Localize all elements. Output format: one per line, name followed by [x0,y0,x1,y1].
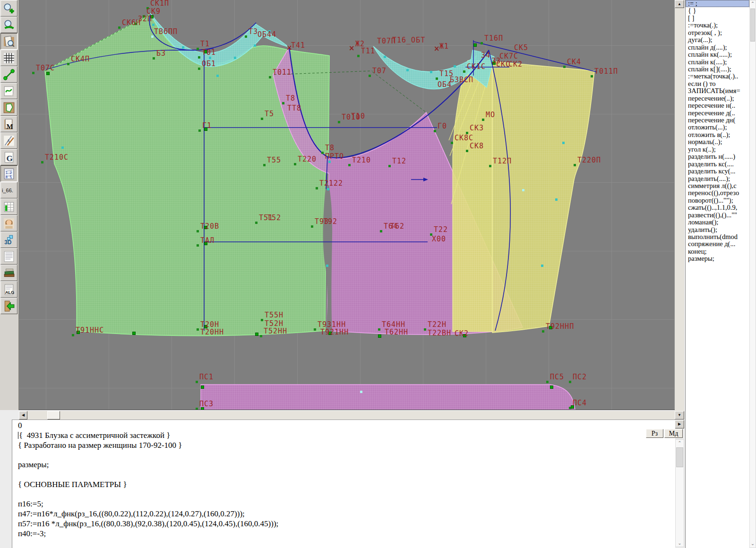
canvas-hscroll-thumb[interactable] [47,411,60,420]
drafting-a-icon: A [3,135,15,147]
command-item[interactable]: отложить в(..); [686,131,749,138]
command-item[interactable]: сопряжение д(... [686,240,749,248]
notes-button[interactable] [0,248,17,265]
command-item[interactable]: симметрия л((),с [686,182,749,189]
command-item[interactable]: дуга(...); [686,36,749,43]
editor-line [18,490,675,500]
zoom-in-button[interactable] [0,0,17,17]
point-marker [261,118,263,120]
alg-button[interactable]: ALG [0,281,17,298]
command-item[interactable]: сплайн кк(.....); [686,51,749,58]
canvas-hscroll-right-icon[interactable]: ▶ [675,420,684,428]
command-list-vscroll-down-icon[interactable]: ⌄ [750,540,756,548]
command-item[interactable]: пересечение(..); [686,95,749,102]
point-marker [563,66,566,68]
point-label: СК5 [514,44,528,51]
calc-button[interactable]: 1 28 ¾ [0,165,17,182]
canvas-vscroll-up-icon[interactable]: ▲ [675,0,684,8]
pattern-m-button[interactable]: M [0,116,17,132]
command-item[interactable]: := ; [686,0,749,7]
side-piece[interactable] [492,61,594,333]
calc-icon: 1 28 ¾ [3,168,15,180]
command-item[interactable]: выполнить(dmod [686,233,749,240]
grid-button[interactable] [0,50,17,66]
point-label: Т931НН [318,321,346,328]
command-item[interactable]: пересечение дн( [686,117,749,124]
table-chart-icon [3,201,15,213]
rz-button[interactable]: Рз [646,429,663,438]
editor-line: п47:=п16*л_фнк(рз_16,((80,0.22),(112,0.2… [18,509,675,519]
toolbar: MAG1 28 ¾i_66.3DALG [0,0,19,410]
point-marker [245,35,247,38]
model-photo-button[interactable] [0,215,17,231]
canvas-vscroll-down-icon[interactable]: ▼ [675,411,684,420]
command-item[interactable]: ЗАПИСАТЬ(имя= [686,87,749,94]
g-doc-button[interactable]: G [0,149,17,165]
point-label: Т011П [594,68,618,75]
editor-vscroll-up-icon[interactable]: ⌃ [676,440,684,446]
command-item[interactable]: { } [686,7,749,14]
command-item[interactable]: поворот(()...""); [686,197,749,204]
text-caret [18,432,18,439]
exit-button[interactable] [0,298,17,314]
table-chart-button[interactable] [0,198,17,215]
alg-icon: ALG [3,283,15,296]
pattern-outline-button[interactable] [0,99,17,116]
editor-vscroll-down-icon[interactable]: ⌄ [676,540,684,547]
canvas-hscroll-left-icon[interactable]: ◀ [19,411,27,420]
point-label: МО [486,111,495,119]
point-label: СК1П [150,0,169,7]
side-piece-band[interactable] [453,60,492,332]
command-item[interactable]: нормаль(..); [686,138,749,146]
preview-button[interactable] [0,33,17,50]
md-button[interactable]: Мд [664,429,683,438]
command-item[interactable]: угол к(..); [686,146,749,153]
command-item[interactable]: разделить кс(.... [686,161,749,168]
bottom-band-piece[interactable] [201,385,575,410]
command-list-vscroll-up-icon[interactable]: ⌃ [750,0,756,8]
editor-vscroll-thumb[interactable] [676,447,683,467]
command-item[interactable]: :=метка(точка(.).. [686,73,749,80]
command-item[interactable]: размеры; [686,255,749,262]
command-item[interactable]: сплайн к[](....); [686,66,749,73]
command-item[interactable]: сплайн к(....); [686,59,749,66]
point-label: Г0 [438,123,447,130]
point-label: Т20НН [200,329,224,336]
sketch-button[interactable] [0,83,17,99]
i66-button[interactable]: i_66. [0,182,17,198]
command-item[interactable]: сжать(()..,1.1,0.9, [686,204,749,211]
books-button[interactable] [0,265,17,281]
command-item[interactable]: разделить ксу(... [686,168,749,175]
command-item[interactable]: [ ] [686,15,749,22]
exit-icon [3,300,15,312]
point-label: Т55 [267,157,281,164]
drafting-a-button[interactable]: A [0,132,17,149]
command-item[interactable]: конец; [686,248,749,255]
canvas-hscroll-track[interactable] [19,411,675,420]
command-item[interactable]: развести((),()..."" [686,212,749,219]
point-label: Т92 [323,218,337,225]
code-editor[interactable]: 0{ 4931 Блузка с ассиметричной застежкой… [12,420,675,548]
zoom-out-button[interactable] [0,17,17,33]
command-item[interactable]: разделить н(.....) [686,153,749,160]
command-item[interactable]: пересечение д(.. [686,110,749,117]
command-list-vscroll-track[interactable] [749,0,756,548]
view-3d-button[interactable]: 3D [0,231,17,248]
command-list-vscroll-thumb[interactable] [750,9,755,42]
pattern-canvas[interactable]: СК1ПСК9З2ПСК6НТВ6ППБ3СК4ПТ07СТ1Т01ОБ1Т3О… [19,0,675,410]
command-item[interactable]: разделить(....); [686,175,749,182]
command-item[interactable]: отрезок( , ); [686,29,749,36]
command-item[interactable]: сплайн д(....); [686,44,749,51]
command-item[interactable]: :=точка(.); [686,22,749,29]
command-item[interactable]: отложить(...); [686,124,749,131]
canvas-vscroll-track[interactable] [675,0,684,420]
node-marker [254,44,256,47]
command-item[interactable]: перенос((),отрезо [686,189,749,197]
command-item[interactable]: ломаная(); [686,219,749,226]
command-item[interactable]: пересечение н(.. [686,102,749,109]
point-marker [569,381,571,383]
measure-button[interactable] [0,66,17,83]
command-item[interactable]: удалить(); [686,226,749,233]
point-label: Т07 [372,68,387,75]
command-item[interactable]: если () то [686,80,749,87]
